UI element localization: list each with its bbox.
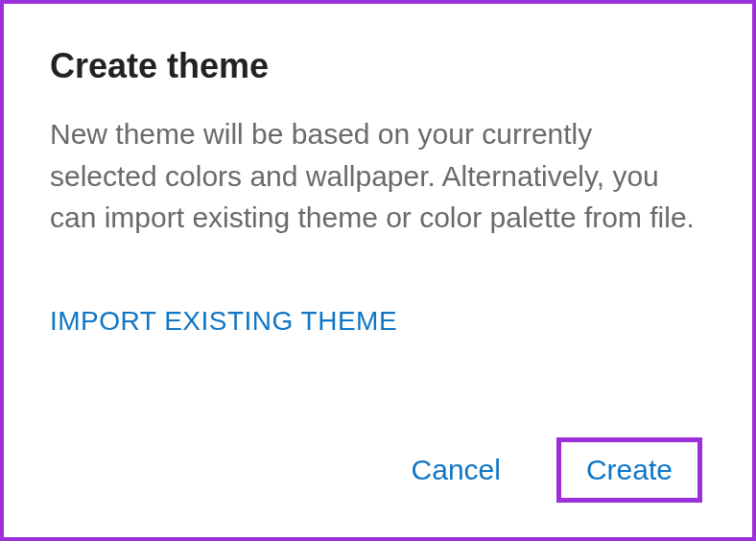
import-existing-theme-link[interactable]: IMPORT EXISTING THEME [50,306,706,337]
dialog-title: Create theme [50,46,706,86]
create-button[interactable]: Create [556,437,702,503]
create-theme-dialog: Create theme New theme will be based on … [0,0,756,541]
dialog-description: New theme will be based on your currentl… [50,113,706,239]
dialog-actions: Cancel Create [50,437,706,503]
cancel-button[interactable]: Cancel [402,442,510,498]
